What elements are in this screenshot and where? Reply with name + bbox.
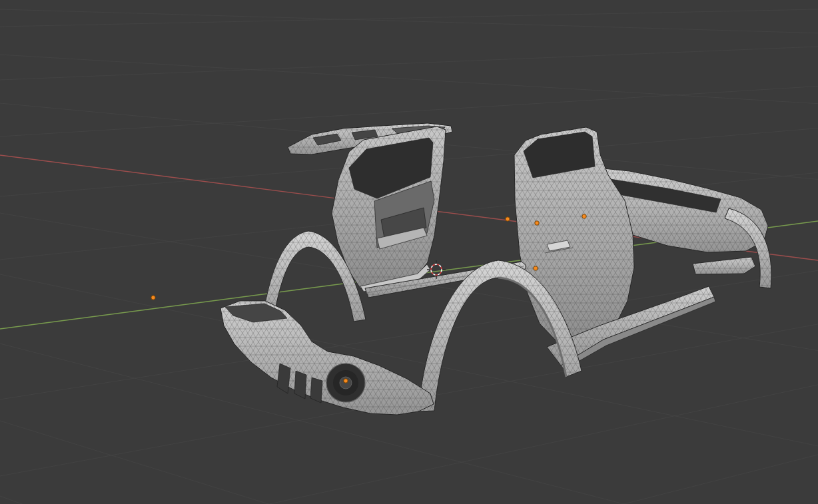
bumper-fin xyxy=(294,371,306,399)
origin-point-icon[interactable] xyxy=(535,221,539,225)
bumper-fin xyxy=(310,378,322,403)
origin-point-icon[interactable] xyxy=(506,217,510,221)
viewport-canvas[interactable] xyxy=(0,0,818,504)
origin-point-icon[interactable] xyxy=(582,214,586,218)
origin-point-icon[interactable] xyxy=(534,266,538,270)
origin-point-icon[interactable] xyxy=(344,379,348,383)
origin-point-icon[interactable] xyxy=(151,296,155,300)
blender-3d-viewport[interactable] xyxy=(0,0,818,504)
